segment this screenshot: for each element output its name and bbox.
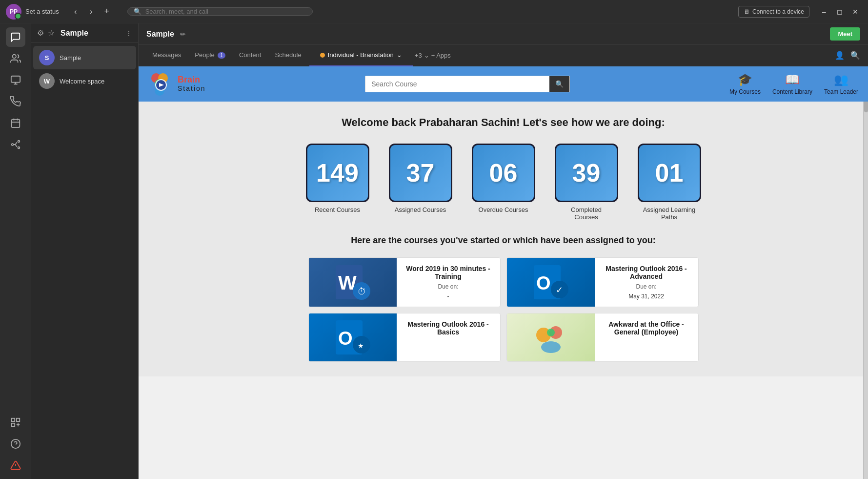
course-card-outlook-advanced[interactable]: O ✓ Mastering Outlook 2016 - Advanced Du… [506, 257, 699, 307]
brainstation-logo: Brain Station [148, 71, 206, 97]
course-thumb-outlook-advanced: O ✓ [507, 258, 595, 307]
sidebar-item-calendar[interactable] [6, 113, 25, 133]
stat-label-assigned: Assigned Courses [395, 206, 446, 213]
user-avatar[interactable]: PP [6, 4, 21, 20]
sidebar-item-help[interactable] [6, 434, 25, 454]
tab-search-icon[interactable]: 🔍 [850, 51, 860, 60]
svg-rect-2 [11, 120, 20, 127]
my-courses-label: My Courses [729, 88, 761, 95]
title-bar: PP Set a status ‹ › + 🔍 🖥 Connect to a d… [0, 0, 868, 23]
tab-content[interactable]: Content [233, 47, 267, 63]
star-icon[interactable]: ☆ [48, 28, 55, 38]
brainstation-logo-text: Brain Station [178, 75, 206, 92]
content-library-label: Content Library [772, 88, 812, 95]
book-icon: 📖 [785, 73, 800, 86]
sidebar-item-contacts[interactable] [6, 70, 25, 90]
tab-individual-brainstation[interactable]: Individual - Brainstation ⌄ [309, 44, 413, 66]
tab-schedule[interactable]: Schedule [269, 47, 307, 63]
stat-card-assigned: 37 Assigned Courses [389, 144, 452, 221]
sidebar-item-people[interactable] [6, 49, 25, 68]
courses-section-title: Here are the courses you've started or w… [158, 235, 848, 246]
scrollbar-track[interactable] [863, 82, 868, 479]
course-card-word[interactable]: W ⏱ Word 2019 in 30 minutes - Training D… [308, 257, 501, 307]
stat-box-overdue[interactable]: 06 [472, 144, 535, 202]
brainstation-search-input[interactable] [365, 76, 549, 92]
graduation-cap-icon: 🎓 [738, 73, 752, 86]
brainstation-nav-content-library[interactable]: 📖 Content Library [772, 73, 812, 95]
channel-name-sample: Sample [60, 54, 81, 62]
stat-box-learning-paths[interactable]: 01 [638, 144, 701, 202]
tab-messages[interactable]: Messages [146, 47, 187, 63]
svg-text:★: ★ [358, 342, 364, 350]
course-info-awkward: Awkward at the Office - General (Employe… [595, 313, 698, 361]
chevron-more-icon: ⌄ [424, 52, 429, 59]
brainstation-header: Brain Station 🔍 🎓 My Courses [139, 66, 868, 102]
minimize-button[interactable]: – [817, 5, 831, 19]
add-apps-tab-button[interactable]: + Apps [431, 52, 451, 59]
back-button[interactable]: ‹ [69, 5, 82, 19]
channel-title: Sample [146, 30, 174, 39]
team-leader-label: Team Leader [824, 88, 858, 95]
maximize-button[interactable]: ◻ [833, 5, 847, 19]
sidebar-item-chat[interactable] [6, 27, 25, 47]
global-search-input[interactable] [145, 8, 306, 15]
tab-bar: Messages People 1 Content Schedule Indiv… [139, 45, 868, 66]
welcome-title: Welcome back Prabaharan Sachin! Let's se… [158, 116, 848, 129]
brainstation-search-area: 🔍 [216, 76, 720, 92]
settings-icon[interactable]: ⚙ [37, 28, 44, 38]
course-thumb-word: W ⏱ [309, 258, 397, 307]
tab-right-icons: 👤 🔍 [835, 51, 860, 60]
course-info-word: Word 2019 in 30 minutes - Training Due o… [397, 258, 500, 307]
svg-text:O: O [338, 328, 353, 349]
courses-grid: W ⏱ Word 2019 in 30 minutes - Training D… [299, 257, 708, 362]
stat-label-completed: Completed Courses [560, 206, 613, 221]
course-due-val-outlook-advanced: May 31, 2022 [603, 293, 690, 300]
close-button[interactable]: ✕ [848, 5, 862, 19]
stat-label-recent: Recent Courses [315, 206, 360, 213]
stats-row: 149 Recent Courses 37 Assigned Courses 0… [158, 144, 848, 221]
sidebar-item-test[interactable] [6, 456, 25, 475]
stat-box-completed[interactable]: 39 [555, 144, 618, 202]
course-card-awkward[interactable]: Awkward at the Office - General (Employe… [506, 313, 699, 362]
stat-label-learning-paths: Assigned Learning Paths [643, 206, 696, 221]
status-text[interactable]: Set a status [25, 8, 59, 15]
channel-avatar-welcome: W [39, 73, 55, 89]
forward-button[interactable]: › [84, 5, 98, 19]
tab-people[interactable]: People 1 [189, 47, 231, 63]
channel-item-sample[interactable]: S Sample [33, 46, 136, 69]
edit-icon[interactable]: ✏ [180, 30, 186, 38]
global-search-bar: 🔍 [127, 7, 313, 16]
svg-point-31 [541, 341, 561, 353]
channel-item-welcome[interactable]: W Welcome space [33, 69, 136, 93]
channel-name-welcome: Welcome space [60, 78, 104, 85]
brainstation-station-text: Station [178, 85, 206, 92]
add-tab-button[interactable]: + [100, 5, 114, 19]
svg-point-3 [11, 144, 13, 146]
stat-box-assigned[interactable]: 37 [389, 144, 452, 202]
word-thumb-bg: W ⏱ [309, 258, 397, 307]
course-title-outlook-basics: Mastering Outlook 2016 - Basics [404, 320, 492, 336]
stat-label-overdue: Overdue Courses [479, 206, 528, 213]
course-thumb-awkward [507, 313, 595, 361]
search-icon: 🔍 [134, 8, 141, 15]
team-icon: 👥 [834, 73, 848, 86]
sidebar-item-calls[interactable] [6, 92, 25, 111]
channel-more-icon[interactable]: ⋮ [125, 29, 132, 37]
sidebar-item-workflows[interactable] [6, 135, 25, 154]
stat-card-overdue: 06 Overdue Courses [472, 144, 535, 221]
brainstation-search-button[interactable]: 🔍 [549, 76, 569, 92]
chevron-down-icon: ⌄ [397, 51, 402, 59]
connect-device-button[interactable]: 🖥 Connect to a device [738, 6, 809, 18]
svg-rect-1 [11, 76, 20, 83]
course-thumb-outlook-basics: O ★ [309, 313, 397, 361]
brainstation-nav-team-leader[interactable]: 👥 Team Leader [824, 73, 858, 95]
individual-brainstation-btn[interactable]: Individual - Brainstation ⌄ [315, 48, 407, 62]
more-tabs-button[interactable]: +3 ⌄ [415, 52, 429, 59]
sidebar-item-add-apps[interactable] [6, 413, 25, 432]
course-info-outlook-advanced: Mastering Outlook 2016 - Advanced Due on… [595, 258, 698, 307]
brainstation-nav-my-courses[interactable]: 🎓 My Courses [729, 73, 761, 95]
tab-add-person-icon[interactable]: 👤 [835, 51, 845, 60]
meet-button[interactable]: Meet [830, 27, 860, 41]
course-card-outlook-basics[interactable]: O ★ Mastering Outlook 2016 - Basics [308, 313, 501, 362]
stat-box-recent[interactable]: 149 [306, 144, 369, 202]
